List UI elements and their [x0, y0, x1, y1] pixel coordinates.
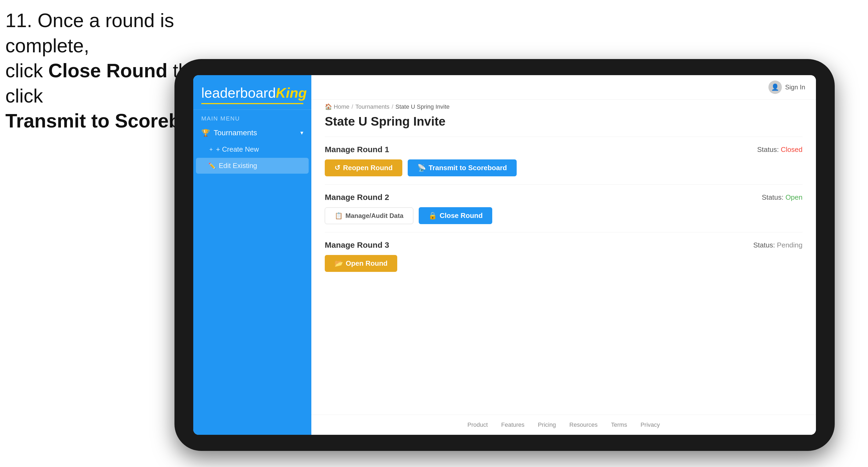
footer-features[interactable]: Features — [501, 422, 524, 428]
breadcrumb-tournaments[interactable]: Tournaments — [355, 103, 390, 110]
footer: Product Features Pricing Resources Terms… — [311, 415, 816, 435]
audit-icon: 📋 — [335, 212, 343, 220]
home-icon: 🏠 — [325, 103, 332, 110]
instruction-bold1: Close Round — [48, 60, 167, 81]
page-title: State U Spring Invite — [311, 110, 816, 136]
round-2-status-value: Open — [785, 193, 803, 201]
round-1-status: Status: Closed — [757, 146, 803, 154]
close-round-label: Close Round — [440, 212, 483, 220]
chevron-down-icon: ▾ — [300, 129, 303, 136]
main-content: 👤 Sign In 🏠 Home / Tournaments / State U… — [311, 75, 816, 435]
instruction-line2: click — [5, 60, 48, 81]
footer-privacy[interactable]: Privacy — [641, 422, 660, 428]
logo-king: King — [276, 85, 307, 101]
round-2-title: Manage Round 2 — [325, 193, 389, 202]
reopen-round-label: Reopen Round — [343, 164, 393, 172]
round-3-section: Manage Round 3 Status: Pending 📂 Open Ro… — [325, 232, 803, 280]
breadcrumb-sep2: / — [392, 103, 393, 110]
sidebar-item-create-new[interactable]: + + Create New — [193, 142, 311, 157]
reopen-icon: ↺ — [334, 164, 340, 172]
footer-terms[interactable]: Terms — [611, 422, 627, 428]
round-3-status: Status: Pending — [753, 241, 803, 249]
breadcrumb-home[interactable]: 🏠 Home — [325, 103, 349, 110]
app-layout: leaderboardKing MAIN MENU 🏆 Tournaments … — [193, 75, 816, 435]
footer-product[interactable]: Product — [467, 422, 488, 428]
sidebar: leaderboardKing MAIN MENU 🏆 Tournaments … — [193, 75, 311, 435]
top-bar: 👤 Sign In — [311, 75, 816, 100]
round-3-status-value: Pending — [777, 241, 803, 249]
tablet-device: leaderboardKing MAIN MENU 🏆 Tournaments … — [175, 59, 835, 451]
open-icon: 📂 — [334, 259, 343, 268]
round-1-header: Manage Round 1 Status: Closed — [325, 145, 803, 154]
sidebar-create-new-label: + Create New — [216, 145, 259, 154]
round-2-section: Manage Round 2 Status: Open 📋 Manage/Aud… — [325, 184, 803, 232]
round-2-header: Manage Round 2 Status: Open — [325, 193, 803, 202]
logo-area: leaderboardKing — [193, 75, 311, 110]
manage-audit-data-button[interactable]: 📋 Manage/Audit Data — [325, 208, 413, 224]
round-1-actions: ↺ Reopen Round 📡 Transmit to Scoreboard — [325, 159, 803, 176]
footer-resources[interactable]: Resources — [569, 422, 597, 428]
open-round-button[interactable]: 📂 Open Round — [325, 255, 397, 272]
sign-in-label: Sign In — [785, 84, 805, 91]
sidebar-item-edit-existing[interactable]: ✏️ Edit Existing — [196, 158, 309, 174]
breadcrumb-sep1: / — [351, 103, 353, 110]
manage-audit-label: Manage/Audit Data — [345, 212, 403, 220]
round-1-status-value: Closed — [781, 146, 803, 154]
reopen-round-button[interactable]: ↺ Reopen Round — [325, 159, 402, 176]
main-menu-label: MAIN MENU — [193, 110, 311, 124]
edit-icon: ✏️ — [208, 162, 216, 169]
open-round-label: Open Round — [346, 259, 388, 268]
tablet-screen: leaderboardKing MAIN MENU 🏆 Tournaments … — [193, 75, 816, 435]
breadcrumb: 🏠 Home / Tournaments / State U Spring In… — [311, 100, 816, 110]
trophy-icon: 🏆 — [201, 129, 210, 137]
logo-border — [201, 103, 303, 104]
transmit-scoreboard-button[interactable]: 📡 Transmit to Scoreboard — [408, 159, 517, 176]
rounds-container: Manage Round 1 Status: Closed ↺ Reopen R… — [311, 136, 816, 415]
avatar: 👤 — [768, 81, 782, 94]
plus-icon: + — [209, 146, 213, 153]
round-3-header: Manage Round 3 Status: Pending — [325, 241, 803, 250]
close-icon: 🔒 — [428, 212, 437, 220]
transmit-icon: 📡 — [417, 164, 426, 172]
round-2-actions: 📋 Manage/Audit Data 🔒 Close Round — [325, 207, 803, 224]
round-3-actions: 📂 Open Round — [325, 255, 803, 272]
sidebar-item-tournaments-label: Tournaments — [214, 129, 257, 137]
round-3-title: Manage Round 3 — [325, 241, 389, 250]
round-1-title: Manage Round 1 — [325, 145, 389, 154]
close-round-button[interactable]: 🔒 Close Round — [419, 207, 492, 224]
instruction-line1: 11. Once a round is complete, — [5, 10, 174, 56]
logo: leaderboardKing — [201, 85, 303, 101]
round-2-status: Status: Open — [762, 193, 803, 201]
breadcrumb-current: State U Spring Invite — [395, 103, 450, 110]
footer-pricing[interactable]: Pricing — [538, 422, 556, 428]
sidebar-edit-existing-label: Edit Existing — [219, 162, 257, 170]
sign-in-area[interactable]: 👤 Sign In — [768, 81, 805, 94]
transmit-scoreboard-label: Transmit to Scoreboard — [429, 164, 507, 172]
round-1-section: Manage Round 1 Status: Closed ↺ Reopen R… — [325, 136, 803, 184]
sidebar-item-tournaments[interactable]: 🏆 Tournaments ▾ — [193, 124, 311, 142]
